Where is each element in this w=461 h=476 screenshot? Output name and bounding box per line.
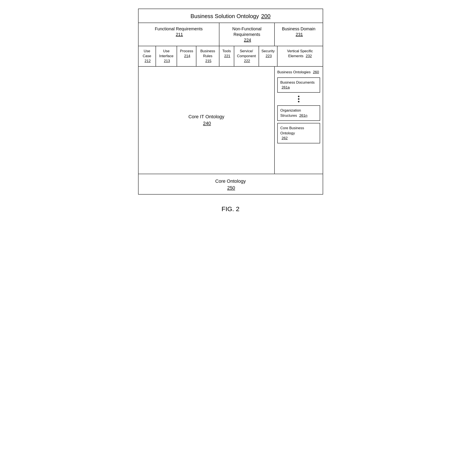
dot-2 bbox=[298, 98, 299, 100]
figure-caption: FIG. 2 bbox=[138, 205, 323, 213]
use-case-ref: 212 bbox=[145, 59, 151, 63]
core-business-ontology-ref: 262 bbox=[282, 136, 288, 140]
business-domain-ref: 231 bbox=[296, 32, 303, 37]
non-functional-requirements-label: Non-Functional Requirements 224 bbox=[222, 26, 272, 43]
business-documents-ref: 261a bbox=[282, 85, 290, 89]
core-business-ontology-box: Core Business Ontology 262 bbox=[277, 123, 320, 143]
row2: Functional Requirements 211 Non-Function… bbox=[139, 23, 323, 46]
row4: Core IT Ontology 240 Business Ontologies… bbox=[139, 67, 323, 174]
functional-requirements-ref: 211 bbox=[176, 32, 183, 37]
service-component-cell: Service/ Component 222 bbox=[234, 46, 259, 66]
core-it-ref: 240 bbox=[203, 121, 211, 126]
business-rules-ref: 215 bbox=[205, 59, 211, 63]
non-functional-requirements-cell: Non-Functional Requirements 224 bbox=[219, 23, 275, 46]
security-cell: Security 223 bbox=[259, 46, 278, 66]
business-domain-label: Business Domain 231 bbox=[277, 26, 321, 37]
business-domain-cell: Business Domain 231 bbox=[275, 23, 323, 46]
functional-requirements-label: Functional Requirements 211 bbox=[141, 26, 217, 37]
process-cell: Process 214 bbox=[177, 46, 196, 66]
core-it-label: Core IT Ontology 240 bbox=[188, 113, 224, 127]
security-ref: 223 bbox=[266, 54, 272, 58]
core-it-area: Core IT Ontology 240 bbox=[139, 67, 275, 174]
business-ontologies-label: Business Ontologies 260 bbox=[277, 69, 320, 75]
dots-area bbox=[277, 95, 320, 103]
core-ontology-row: Core Ontology 250 bbox=[139, 174, 323, 194]
diagram-wrapper: Business Solution Ontology 200 Functiona… bbox=[138, 8, 323, 213]
org-structures-box: Organization Structures 261n bbox=[277, 105, 320, 121]
business-ontologies-ref: 260 bbox=[313, 70, 319, 74]
vertical-specific-cell: Vertical Specific Elements 232 bbox=[278, 46, 323, 66]
core-ontology-ref: 250 bbox=[227, 185, 235, 190]
non-functional-requirements-ref: 224 bbox=[244, 38, 251, 42]
right-panel: Business Ontologies 260 Business Documen… bbox=[275, 67, 323, 174]
process-ref: 214 bbox=[184, 54, 190, 58]
use-case-cell: Use Case 212 bbox=[139, 46, 156, 66]
business-documents-box: Business Documents 261a bbox=[277, 77, 320, 93]
functional-requirements-cell: Functional Requirements 211 bbox=[139, 23, 220, 46]
main-title-ref: 200 bbox=[261, 13, 270, 19]
business-rules-cell: Business Rules 215 bbox=[196, 46, 219, 66]
row3: Use Case 212 Use Interface 213 Process 2… bbox=[139, 46, 323, 67]
org-structures-ref: 261n bbox=[299, 113, 307, 118]
core-ontology-label: Core Ontology 250 bbox=[141, 178, 321, 191]
vertical-specific-ref: 232 bbox=[306, 54, 312, 58]
dot-3 bbox=[298, 101, 299, 102]
main-title: Business Solution Ontology bbox=[191, 13, 259, 19]
tools-cell: Tools 221 bbox=[219, 46, 234, 66]
use-interface-ref: 213 bbox=[164, 59, 170, 63]
header-row: Business Solution Ontology 200 bbox=[139, 9, 323, 23]
dot-1 bbox=[298, 96, 299, 97]
service-component-ref: 222 bbox=[244, 59, 250, 63]
tools-ref: 221 bbox=[224, 54, 230, 58]
use-interface-cell: Use Interface 213 bbox=[156, 46, 177, 66]
outer-box: Business Solution Ontology 200 Functiona… bbox=[138, 8, 323, 195]
